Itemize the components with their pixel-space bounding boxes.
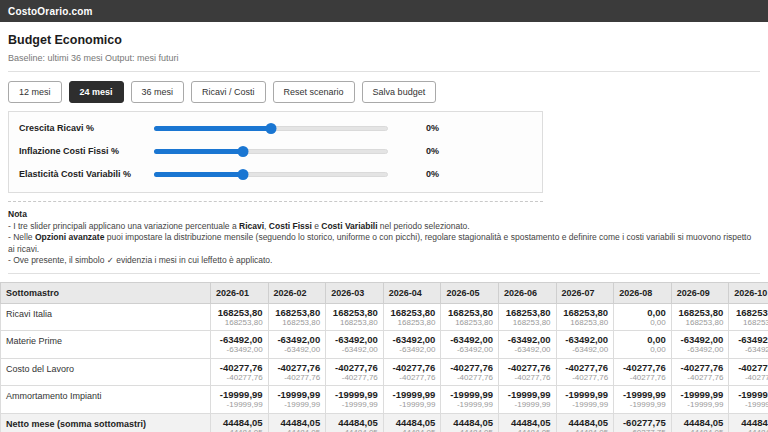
slider-label: Crescita Ricavi %	[19, 123, 154, 133]
slider-inflazione-costi-fissi[interactable]	[154, 146, 388, 157]
cell-main-value: 44484,05	[504, 417, 551, 428]
value-cell: 168253,80168253,80	[671, 303, 729, 331]
cell-sub-value: 0,00	[619, 345, 666, 355]
value-cell: -40277,76-40277,76	[211, 358, 269, 386]
note-line: - Nelle Opzioni avanzate puoi impostare …	[8, 232, 758, 255]
slider-row-crescita-ricavi: Crescita Ricavi %0%	[19, 117, 532, 139]
cell-main-value: -40277,76	[389, 362, 436, 373]
button-36-mesi[interactable]: 36 mesi	[131, 81, 185, 103]
slider-thumb[interactable]	[237, 169, 248, 180]
cell-main-value: -19999,99	[389, 389, 436, 400]
cell-main-value: -40277,76	[677, 362, 724, 373]
value-cell: 168253,80168253,80	[211, 303, 269, 331]
button-salva-budget[interactable]: Salva budget	[362, 81, 437, 103]
cell-sub-value: 168253,80	[274, 318, 321, 328]
cell-sub-value: -19999,99	[274, 400, 321, 410]
table-header-row: Sottomastro2026-012026-022026-032026-042…	[1, 282, 768, 303]
slider-panel: Crescita Ricavi %0%Inflazione Costi Fiss…	[8, 111, 543, 193]
cell-main-value: 44484,05	[677, 417, 724, 428]
table-row: Netto mese (somma sottomastri)44484,0544…	[1, 413, 768, 432]
value-cell: 168253,80168253,80	[556, 303, 614, 331]
cell-main-value: 44484,05	[389, 417, 436, 428]
toolbar: 12 mesi24 mesi36 mesiRicavi / CostiReset…	[8, 81, 760, 103]
value-cell: 168253,80168253,80	[326, 303, 384, 331]
cell-sub-value: -63492,00	[274, 345, 321, 355]
value-cell: -19999,99-19999,99	[268, 386, 326, 414]
column-header-month: 2026-07	[556, 282, 614, 303]
cell-main-value: 168253,80	[274, 307, 321, 318]
cell-main-value: -19999,99	[446, 389, 493, 400]
cell-main-value: -40277,76	[446, 362, 493, 373]
cell-sub-value: -40277,76	[331, 373, 378, 383]
cell-main-value: 44484,05	[331, 417, 378, 428]
cell-sub-value: -63492,00	[504, 345, 551, 355]
row-label: Costo del Lavoro	[1, 358, 211, 386]
button-12-mesi[interactable]: 12 mesi	[8, 81, 62, 103]
note-lines: - I tre slider principali applicano una …	[8, 221, 758, 267]
cell-sub-value: 0,00	[619, 318, 666, 328]
cell-main-value: -40277,76	[504, 362, 551, 373]
value-cell: -40277,76-40277,76	[729, 358, 768, 386]
cell-main-value: -40277,76	[734, 362, 768, 373]
table-row: Materie Prime-63492,00-63492,00-63492,00…	[1, 331, 768, 359]
cell-sub-value: -19999,99	[331, 400, 378, 410]
cell-main-value: 168253,80	[389, 307, 436, 318]
slider-thumb[interactable]	[237, 146, 248, 157]
slider-crescita-ricavi[interactable]	[154, 123, 388, 134]
cell-main-value: -63492,00	[389, 334, 436, 345]
cell-sub-value: 44484,05	[389, 428, 436, 432]
cell-sub-value: -40277,76	[216, 373, 263, 383]
value-cell: 44484,0544484,05	[441, 413, 499, 432]
page-subtitle: Baseline: ultimi 36 mesi Output: mesi fu…	[8, 53, 760, 63]
note-section: Nota - I tre slider principali applicano…	[8, 209, 758, 267]
cell-main-value: 44484,05	[562, 417, 609, 428]
row-label: Ammortamento Impianti	[1, 386, 211, 414]
cell-main-value: -40277,76	[562, 362, 609, 373]
cell-main-value: -19999,99	[274, 389, 321, 400]
table-row: Ammortamento Impianti-19999,99-19999,99-…	[1, 386, 768, 414]
button-ricavi-costi[interactable]: Ricavi / Costi	[191, 81, 266, 103]
value-cell: -19999,99-19999,99	[729, 386, 768, 414]
column-header-month: 2026-09	[671, 282, 729, 303]
row-label: Ricavi Italia	[1, 303, 211, 331]
value-cell: 44484,0544484,05	[326, 413, 384, 432]
slider-thumb[interactable]	[266, 123, 277, 134]
cell-sub-value: -19999,99	[216, 400, 263, 410]
button-reset-scenario[interactable]: Reset scenario	[273, 81, 355, 103]
value-cell: -63492,00-63492,00	[268, 331, 326, 359]
column-header-month: 2026-02	[268, 282, 326, 303]
cell-main-value: -40277,76	[331, 362, 378, 373]
cell-sub-value: -40277,76	[562, 373, 609, 383]
slider-label: Inflazione Costi Fissi %	[19, 146, 154, 156]
value-cell: -63492,00-63492,00	[498, 331, 556, 359]
cell-sub-value: -40277,76	[446, 373, 493, 383]
cell-sub-value: -40277,76	[504, 373, 551, 383]
cell-sub-value: 44484,05	[562, 428, 609, 432]
value-cell: -63492,00-63492,00	[671, 331, 729, 359]
button-24-mesi[interactable]: 24 mesi	[69, 81, 124, 103]
slider-elasticit-costi-variabili[interactable]	[154, 169, 388, 180]
cell-sub-value: -40277,76	[389, 373, 436, 383]
cell-sub-value: -40277,76	[734, 373, 768, 383]
value-cell: 0,000,00	[614, 303, 672, 331]
value-cell: 168253,80168253,80	[268, 303, 326, 331]
cell-sub-value: 168253,80	[446, 318, 493, 328]
slider-label: Elasticità Costi Variabili %	[19, 169, 154, 179]
cell-main-value: -19999,99	[619, 389, 666, 400]
cell-main-value: -19999,99	[216, 389, 263, 400]
cell-main-value: -60277,75	[619, 417, 666, 428]
cell-main-value: 44484,05	[274, 417, 321, 428]
slider-value: 0%	[426, 169, 439, 179]
slider-fill	[154, 126, 271, 131]
column-header-sottomastro: Sottomastro	[1, 282, 211, 303]
value-cell: 44484,0544484,05	[556, 413, 614, 432]
cell-sub-value: -63492,00	[331, 345, 378, 355]
cell-main-value: -63492,00	[446, 334, 493, 345]
value-cell: -60277,75-60277,75	[614, 413, 672, 432]
cell-sub-value: -40277,76	[274, 373, 321, 383]
cell-main-value: -40277,76	[274, 362, 321, 373]
slider-value: 0%	[426, 123, 439, 133]
cell-sub-value: 168253,80	[389, 318, 436, 328]
cell-sub-value: -19999,99	[446, 400, 493, 410]
value-cell: -19999,99-19999,99	[671, 386, 729, 414]
